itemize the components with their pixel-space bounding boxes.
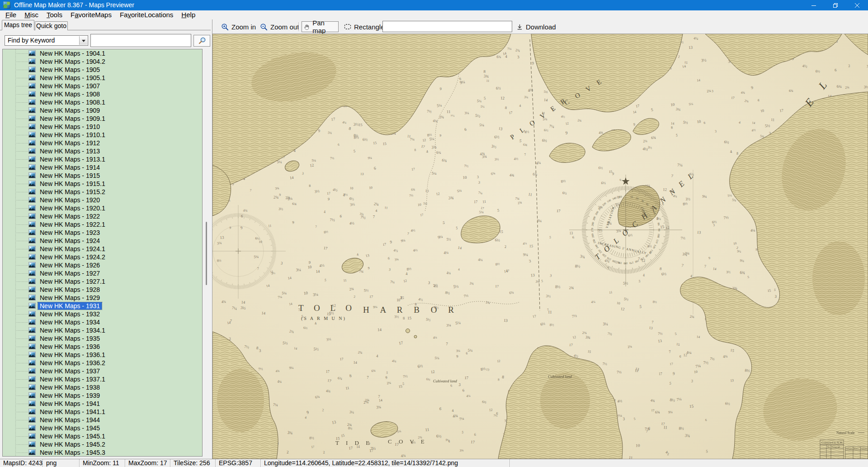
tree-connector xyxy=(15,70,28,70)
tree-item[interactable]: New HK Maps - 1945 xyxy=(3,424,202,432)
zoom-out-button[interactable]: Zoom out xyxy=(258,21,301,32)
tree-item[interactable]: New HK Maps - 1909.1 xyxy=(3,114,202,123)
tree-item[interactable]: New HK Maps - 1913.1 xyxy=(3,155,202,163)
tree-item[interactable]: New HK Maps - 1944 xyxy=(3,416,202,424)
tree-item[interactable]: New HK Maps - 1915 xyxy=(3,172,202,180)
svg-text:8½: 8½ xyxy=(670,397,675,403)
tree-item[interactable]: New HK Maps - 1927.1 xyxy=(3,277,202,286)
svg-text:7¼: 7¼ xyxy=(459,416,464,422)
svg-text:5½: 5½ xyxy=(423,201,428,205)
tree-item[interactable]: New HK Maps - 1926 xyxy=(3,261,202,269)
tree-item[interactable]: New HK Maps - 1914 xyxy=(3,163,202,172)
tree-item[interactable]: New HK Maps - 1908 xyxy=(3,90,202,98)
svg-text:6½: 6½ xyxy=(724,139,730,145)
svg-text:10: 10 xyxy=(630,195,633,199)
svg-text:15: 15 xyxy=(730,348,735,353)
tree-item[interactable]: New HK Maps - 1910 xyxy=(3,123,202,131)
map-thumbnail-icon xyxy=(28,189,36,195)
tree-item[interactable]: New HK Maps - 1912 xyxy=(3,139,202,147)
tree-item[interactable]: New HK Maps - 1945.3 xyxy=(3,448,202,457)
tree-item[interactable]: New HK Maps - 1938 xyxy=(3,383,202,391)
search-input[interactable] xyxy=(90,34,191,47)
tree-item[interactable]: New HK Maps - 1929 xyxy=(3,294,202,302)
tree-item[interactable]: New HK Maps - 1913 xyxy=(3,147,202,155)
map-preview[interactable]: 3¾6½3¾6½4½24¾7¼9¼4½143½7½4½3¼7¼4½138½6½9… xyxy=(212,34,868,459)
svg-text:7: 7 xyxy=(651,320,654,324)
menu-file[interactable]: File xyxy=(1,10,20,19)
tree-item[interactable]: New HK Maps - 1932 xyxy=(3,310,202,318)
svg-text:2¾: 2¾ xyxy=(643,139,647,143)
svg-text:7½: 7½ xyxy=(330,157,335,161)
menu-favoritelocations[interactable]: FavoriteLocations xyxy=(116,10,177,19)
tree-item[interactable]: New HK Maps - 1922.1 xyxy=(3,220,202,229)
tree-item[interactable]: New HK Maps - 1934.1 xyxy=(3,326,202,334)
status-cell: TileSize: 256 xyxy=(170,459,216,467)
tree-item[interactable]: New HK Maps - 1910.1 xyxy=(3,131,202,139)
tree-item[interactable]: New HK Maps - 1923 xyxy=(3,229,202,237)
tree-item[interactable]: New HK Maps - 1905 xyxy=(3,66,202,74)
menu-favoritemaps[interactable]: FavoriteMaps xyxy=(66,10,116,19)
svg-text:3¼: 3¼ xyxy=(464,111,469,115)
app-icon xyxy=(3,1,10,9)
tree-item[interactable]: New HK Maps - 1920 xyxy=(3,196,202,204)
tree-item[interactable]: New HK Maps - 1936.1 xyxy=(3,351,202,359)
tree-item[interactable]: New HK Maps - 1924.2 xyxy=(3,253,202,261)
tree-item[interactable]: New HK Maps - 1904.2 xyxy=(3,57,202,66)
tree-item[interactable]: New HK Maps - 1922 xyxy=(3,212,202,220)
tree-item[interactable]: New HK Maps - 1915.2 xyxy=(3,188,202,196)
tree-item[interactable]: New HK Maps - 1907 xyxy=(3,82,202,90)
tree-item[interactable]: New HK Maps - 1941 xyxy=(3,400,202,408)
svg-text:3½: 3½ xyxy=(326,337,331,342)
search-button[interactable] xyxy=(193,35,210,47)
toolbar-input[interactable] xyxy=(382,21,512,32)
tab-quick-goto[interactable]: Quick goto xyxy=(35,21,68,30)
tree-item-label: New HK Maps - 1931 xyxy=(38,302,102,310)
svg-text:17: 17 xyxy=(369,448,373,453)
svg-text:3¼: 3¼ xyxy=(349,410,354,415)
tree-item[interactable]: New HK Maps - 1924.1 xyxy=(3,245,202,253)
tree-item[interactable]: New HK Maps - 1920.1 xyxy=(3,204,202,212)
download-button[interactable]: Download xyxy=(514,21,558,32)
tree-item[interactable]: New HK Maps - 1905.1 xyxy=(3,74,202,82)
svg-text:13: 13 xyxy=(570,232,573,235)
tree-item[interactable]: New HK Maps - 1915.1 xyxy=(3,180,202,188)
tree-item[interactable]: New HK Maps - 1904.1 xyxy=(3,49,202,57)
tree-item[interactable]: New HK Maps - 1937 xyxy=(3,367,202,375)
menu-tools[interactable]: Tools xyxy=(42,10,66,19)
rectangle-button[interactable]: Rectangle xyxy=(342,21,387,32)
svg-text:17: 17 xyxy=(349,446,354,451)
zoom-in-button[interactable]: Zoom in xyxy=(219,21,258,32)
svg-text:3¾: 3¾ xyxy=(580,254,585,259)
chevron-down-icon[interactable] xyxy=(79,36,87,45)
tree-item[interactable]: New HK Maps - 1931 xyxy=(3,302,202,310)
tree-scrollbar-thumb[interactable] xyxy=(206,222,207,285)
tree-item[interactable]: New HK Maps - 1941.1 xyxy=(3,408,202,416)
menu-help[interactable]: Help xyxy=(177,10,199,19)
svg-text:15: 15 xyxy=(767,289,771,293)
tree-item[interactable]: New HK Maps - 1936 xyxy=(3,343,202,351)
close-button[interactable] xyxy=(846,0,868,10)
tree-item[interactable]: New HK Maps - 1937.1 xyxy=(3,375,202,383)
tree-item[interactable]: New HK Maps - 1945.1 xyxy=(3,432,202,440)
tree-item[interactable]: New HK Maps - 1924 xyxy=(3,237,202,245)
tree-item[interactable]: New HK Maps - 1927 xyxy=(3,269,202,277)
menu-misc[interactable]: Misc xyxy=(20,10,42,19)
tree-item[interactable]: New HK Maps - 1909 xyxy=(3,106,202,114)
svg-text:2¾: 2¾ xyxy=(439,114,444,119)
tree-item[interactable]: New HK Maps - 1928 xyxy=(3,286,202,294)
svg-text:11: 11 xyxy=(548,310,552,314)
pan-map-button[interactable]: Pan map xyxy=(302,21,339,32)
tree-item[interactable]: New HK Maps - 1945.2 xyxy=(3,440,202,448)
minimize-button[interactable] xyxy=(803,0,825,10)
tree-item[interactable]: New HK Maps - 1939 xyxy=(3,391,202,400)
tree-item[interactable]: New HK Maps - 1908.1 xyxy=(3,98,202,106)
find-mode-dropdown[interactable]: Find by Keyword xyxy=(5,35,88,46)
tab-maps-tree[interactable]: Maps tree xyxy=(2,20,34,30)
tree-item[interactable]: New HK Maps - 1935 xyxy=(3,334,202,343)
restore-button[interactable] xyxy=(825,0,846,10)
tree-item[interactable]: New HK Maps - 1936.2 xyxy=(3,359,202,367)
tree-item[interactable]: New HK Maps - 1934 xyxy=(3,318,202,326)
svg-text:6½: 6½ xyxy=(544,128,549,133)
svg-text:7: 7 xyxy=(315,225,317,229)
tree-connector xyxy=(15,436,28,437)
